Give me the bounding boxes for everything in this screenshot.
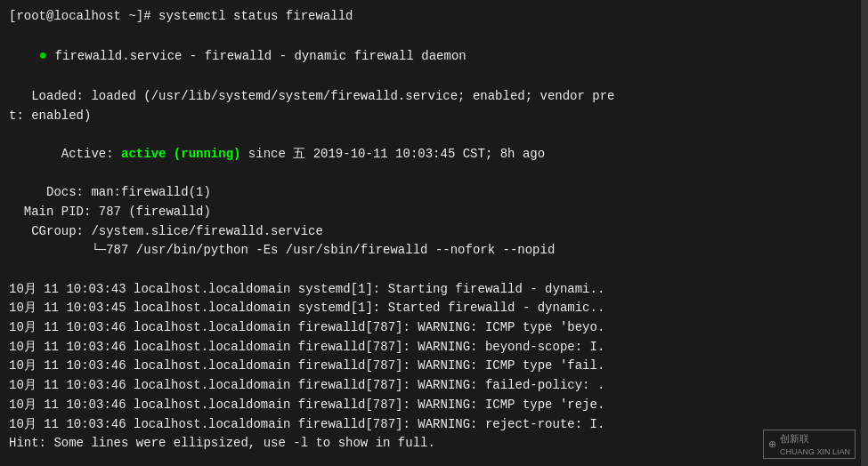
log-line-3: 10月 11 10:03:46 localhost.localdomain fi… [9,338,859,358]
log-line-2: 10月 11 10:03:46 localhost.localdomain fi… [9,318,859,338]
hint-line: Hint: Some lines were ellipsized, use -l… [9,434,859,454]
prompt2-line: [root@localhost ~]# [9,454,859,466]
service-header-text: firewalld.service - firewalld - dynamic … [47,49,466,63]
log-line-5: 10月 11 10:03:46 localhost.localdomain fi… [9,376,859,396]
active-suffix: since 五 2019-10-11 10:03:45 CST; 8h ago [240,147,545,161]
terminal-window: [root@localhost ~]# systemctl status fir… [0,0,868,466]
log-line-1: 10月 11 10:03:45 localhost.localdomain sy… [9,299,859,318]
docs-line: Docs: man:firewalld(1) [9,183,859,203]
loaded-line: Loaded: loaded (/usr/lib/systemd/system/… [9,87,859,107]
watermark-symbol: ⊕ [768,438,776,450]
empty-line [9,261,859,280]
status-dot: ● [39,48,48,64]
watermark-box: ⊕ 创新联CHUANG XIN LIAN [763,430,856,459]
command-line: [root@localhost ~]# systemctl status fir… [9,7,859,27]
active-prefix: Active: [39,147,121,161]
loaded-cont-line: t: enabled) [9,107,859,126]
active-line: Active: active (running) since 五 2019-10… [9,125,859,183]
active-status: active (running) [121,147,240,161]
watermark: ⊕ 创新联CHUANG XIN LIAN [763,430,856,459]
log-lines: 10月 11 10:03:43 localhost.localdomain sy… [9,280,859,435]
cgroup-sub-line: └─787 /usr/bin/python -Es /usr/sbin/fire… [9,241,859,261]
cgroup-line: CGroup: /system.slice/firewalld.service [9,222,859,242]
log-line-7: 10月 11 10:03:46 localhost.localdomain fi… [9,415,859,435]
log-line-0: 10月 11 10:03:43 localhost.localdomain sy… [9,280,859,300]
log-line-4: 10月 11 10:03:46 localhost.localdomain fi… [9,357,859,376]
scrollbar[interactable] [861,0,868,466]
log-line-6: 10月 11 10:03:46 localhost.localdomain fi… [9,396,859,415]
service-header-line: ● firewalld.service - firewalld - dynami… [9,27,859,87]
mainpid-line: Main PID: 787 (firewalld) [9,203,859,222]
watermark-text: 创新联CHUANG XIN LIAN [780,432,850,456]
